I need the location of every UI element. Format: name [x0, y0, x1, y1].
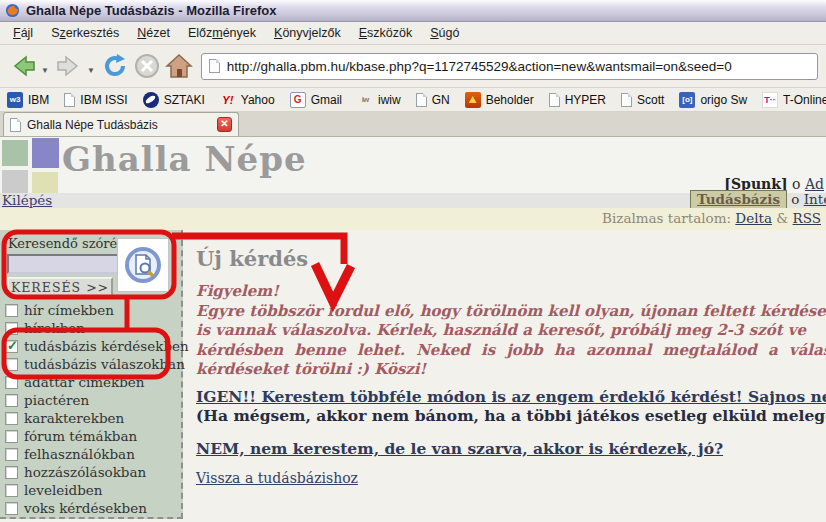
search-scope-list: hír címekben hírekben tudásbázis kérdése… — [5, 301, 179, 517]
bookmark-scott[interactable]: Scott — [621, 93, 664, 107]
checkbox[interactable] — [5, 466, 18, 479]
warning-text: Figyelem! Egyre többször fordul elő, hog… — [196, 282, 826, 380]
search-document-icon — [122, 244, 164, 286]
scope-tudasbazis-kerdesekben[interactable]: tudásbázis kérdésekben — [5, 337, 179, 355]
logo-square-green — [2, 140, 28, 166]
checkbox[interactable] — [5, 358, 18, 371]
yahoo-icon — [220, 92, 236, 108]
checkbox[interactable] — [5, 412, 18, 425]
home-button[interactable] — [164, 51, 194, 81]
tonline-icon — [762, 92, 778, 108]
search-sidebar: Keresendő szórész: KERESÉS >> hír címekb… — [0, 230, 183, 519]
reload-button[interactable] — [100, 51, 130, 81]
origo-icon — [679, 92, 695, 108]
menu-history[interactable]: Előzmények — [179, 23, 265, 43]
checkbox[interactable] — [5, 304, 18, 317]
checkbox-checked[interactable] — [5, 340, 18, 353]
bookmark-iwiw[interactable]: iwiw — [357, 92, 401, 108]
no-searched-link[interactable]: NEM, nem kerestem, de le van szarva, akk… — [196, 439, 723, 458]
scope-adattar-cimekben[interactable]: adattár címekben — [5, 373, 179, 391]
forward-icon — [54, 51, 84, 81]
scope-forum-temakban[interactable]: fórum témákban — [5, 427, 179, 445]
menu-help[interactable]: Súgó — [421, 23, 468, 43]
nav-interjuk[interactable]: Interjúk — [804, 191, 826, 207]
stop-button[interactable] — [133, 52, 161, 80]
checkbox[interactable] — [5, 430, 18, 443]
scope-voks-kerdesekben[interactable]: voks kérdésekben — [5, 499, 179, 517]
forward-dropdown-icon[interactable]: ▼ — [87, 66, 95, 75]
site-header: Ghalla Népe [Spunk] o Ad — [0, 137, 826, 193]
page-content: Ghalla Népe [Spunk] o Ad Kilépés Tudásbá… — [0, 137, 826, 522]
scope-karakterekben[interactable]: karakterekben — [5, 409, 179, 427]
bookmarks-toolbar: IBM IBM ISSI SZTAKI Yahoo Gmail iwiw GN … — [0, 88, 826, 112]
header-link-ad[interactable]: Ad — [805, 176, 824, 192]
url-input[interactable] — [227, 59, 810, 74]
rss-link[interactable]: RSS — [793, 210, 821, 226]
back-to-kb-link[interactable]: Vissza a tudásbázishoz — [196, 470, 358, 486]
bookmark-hyper[interactable]: HYPER — [549, 93, 606, 107]
bookmark-gn[interactable]: GN — [416, 93, 450, 107]
bookmark-ibm-issi[interactable]: IBM ISSI — [64, 93, 127, 107]
checkbox[interactable] — [5, 394, 18, 407]
page-icon — [416, 93, 427, 107]
menu-bookmarks[interactable]: Könyvjelzők — [265, 23, 350, 43]
logout-link[interactable]: Kilépés — [2, 192, 52, 208]
search-input[interactable] — [7, 254, 131, 274]
page-icon — [64, 93, 75, 107]
beholder-icon — [465, 92, 481, 108]
bookmark-origo[interactable]: origo Sw — [679, 92, 747, 108]
page-icon — [621, 93, 632, 107]
page-icon — [549, 93, 560, 107]
bookmark-tonline[interactable]: T-Online — [762, 92, 826, 108]
scope-tudasbazis-valaszokban[interactable]: tudásbázis válaszokban — [5, 355, 179, 373]
gmail-icon — [290, 92, 306, 108]
menu-tools[interactable]: Eszközök — [350, 23, 422, 43]
bookmark-gmail[interactable]: Gmail — [290, 92, 342, 108]
scope-felhasznalokban[interactable]: felhasználókban — [5, 445, 179, 463]
checkbox[interactable] — [5, 484, 18, 497]
bookmark-sztaki[interactable]: SZTAKI — [143, 92, 205, 108]
menu-view[interactable]: Nézet — [128, 23, 179, 43]
back-button[interactable] — [8, 51, 38, 81]
menu-file[interactable]: Fájl — [4, 23, 42, 43]
yes-note: (Ha mégsem, akkor nem bánom, ha a többi … — [196, 406, 826, 425]
page-title: Új kérdés — [196, 246, 826, 271]
delta-link[interactable]: Delta — [735, 210, 772, 226]
search-button[interactable]: KERESÉS >> — [7, 277, 113, 297]
scope-piacteren[interactable]: piactéren — [5, 391, 179, 409]
back-icon — [8, 51, 38, 81]
checkbox[interactable] — [5, 502, 18, 515]
url-bar[interactable] — [201, 53, 818, 80]
checkbox[interactable] — [5, 448, 18, 461]
tab-close-icon[interactable]: ✕ — [217, 117, 232, 132]
home-icon — [164, 51, 194, 81]
bookmark-ibm[interactable]: IBM — [7, 92, 49, 108]
tab-ghalla-nepe[interactable]: Ghalla Népe Tudásbázis ✕ — [3, 112, 239, 136]
nav-tudasbazis[interactable]: Tudásbázis — [690, 190, 787, 209]
page-favicon-icon — [209, 59, 220, 73]
stop-icon — [133, 52, 161, 80]
yes-searched-link[interactable]: IGEN!! Kerestem többféle módon is az eng… — [196, 387, 826, 406]
warning-title: Figyelem! — [196, 282, 826, 302]
checkbox[interactable] — [5, 376, 18, 389]
scope-leveleidben[interactable]: leveleidben — [5, 481, 179, 499]
tab-title: Ghalla Népe Tudásbázis — [27, 118, 158, 132]
site-nav-links: Tudásbázis o Interjúk o Nap — [690, 191, 826, 207]
window-title: Ghalla Népe Tudásbázis - Mozilla Firefox — [26, 3, 276, 18]
scope-hozzaszolasokban[interactable]: hozzászólásokban — [5, 463, 179, 481]
scope-hirekben[interactable]: hírekben — [5, 319, 179, 337]
window-titlebar: Ghalla Népe Tudásbázis - Mozilla Firefox — [0, 0, 826, 22]
menu-bar: Fájl Szerkesztés Nézet Előzmények Könyvj… — [0, 22, 826, 45]
search-doc-panel — [117, 238, 169, 292]
bookmark-beholder[interactable]: Beholder — [465, 92, 534, 108]
bookmark-yahoo[interactable]: Yahoo — [220, 92, 275, 108]
back-dropdown-icon[interactable]: ▼ — [41, 66, 49, 75]
menu-edit[interactable]: Szerkesztés — [42, 23, 128, 43]
site-navbar: Kilépés Tudásbázis o Interjúk o Nap — [0, 193, 826, 208]
scope-hir-cimekben[interactable]: hír címekben — [5, 301, 179, 319]
reload-icon — [100, 51, 130, 81]
firefox-icon — [5, 3, 20, 18]
page-body: Keresendő szórész: KERESÉS >> hír címekb… — [0, 230, 826, 522]
checkbox[interactable] — [5, 322, 18, 335]
forward-button[interactable] — [54, 51, 84, 81]
